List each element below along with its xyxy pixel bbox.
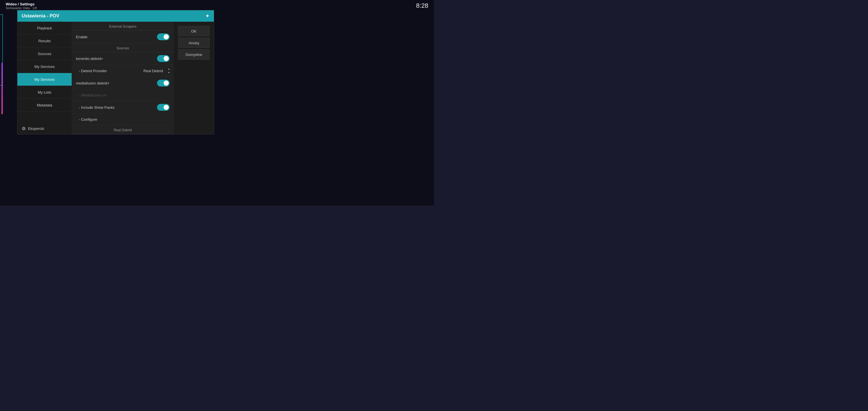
kodi-icon[interactable]: ✦ (205, 13, 210, 19)
expert-label: Ekspercki (28, 126, 44, 131)
expert-mode-button[interactable]: ⚙ Ekspercki (18, 123, 72, 134)
sidebar-item-my-services-2[interactable]: My Services (18, 73, 72, 86)
chevron-up-icon[interactable]: ▴ (168, 71, 169, 74)
section-sources: Sources (72, 43, 174, 52)
torrentio-toggle[interactable] (157, 55, 169, 62)
right-buttons-panel: OK Anuluj Domyślne (174, 22, 214, 134)
debrid-chevrons[interactable]: ▾ ▴ (168, 68, 169, 74)
section-real-debrid: Real Debrid (72, 125, 174, 134)
sidebar-item-metadata[interactable]: Metadata (18, 99, 72, 112)
ok-button[interactable]: OK (178, 26, 210, 36)
top-bar-left: Wideo / Settings Sortowanie: Data · 1/8 (6, 2, 37, 10)
debrid-provider-label: - Debrid Provider (79, 69, 143, 73)
defaults-button[interactable]: Domyślne (178, 50, 210, 60)
toggle-knob (164, 56, 169, 61)
debrid-provider-row: - Debrid Provider Real Debrid ▾ ▴ (72, 65, 174, 77)
configure-label: - Configure (79, 117, 169, 122)
sidebar-item-my-lists[interactable]: My Lists (18, 86, 72, 99)
settings-sidebar: Playback Results Sources My Services My … (18, 22, 72, 134)
mediafusion-url-row: - Mediafusion url (72, 90, 174, 101)
include-show-packs-row: - Include Show Packs (72, 101, 174, 114)
sidebar-item-results[interactable]: Results (18, 35, 72, 48)
dialog-title: Ustawienia - POV (22, 13, 59, 19)
torrentio-label: torrentio debrid+ (76, 57, 157, 61)
section-external-scrapers: External Scrapers (72, 22, 174, 31)
settings-dialog: Ustawienia - POV ✦ Playback Results Sour… (17, 10, 214, 134)
mediafusion-label: mediafusion debrid+ (76, 81, 157, 85)
window-subtitle: Sortowanie: Data · 1/8 (6, 6, 37, 10)
configure-row[interactable]: - Configure (72, 114, 174, 125)
dialog-header: Ustawienia - POV ✦ (18, 10, 214, 22)
enable-label: Enable (76, 35, 157, 39)
toggle-knob (164, 105, 169, 110)
sidebar-item-playback[interactable]: Playback (18, 22, 72, 35)
sidebar-item-my-services-1[interactable]: My Services (18, 60, 72, 73)
cancel-button[interactable]: Anuluj (178, 38, 210, 48)
enable-toggle[interactable] (157, 33, 169, 40)
gear-icon: ⚙ (22, 126, 26, 131)
clock: 8:28 (416, 2, 428, 9)
debrid-provider-value: Real Debrid (143, 69, 163, 73)
include-show-packs-label: - Include Show Packs (79, 105, 157, 109)
mediafusion-toggle[interactable] (157, 80, 169, 87)
mediafusion-row: mediafusion debrid+ (72, 77, 174, 90)
window-title: Wideo / Settings (6, 2, 37, 6)
torrentio-row: torrentio debrid+ (72, 52, 174, 65)
toggle-knob (164, 34, 169, 39)
dialog-body: Playback Results Sources My Services My … (18, 22, 214, 134)
content-panel: External Scrapers Enable Sources torrent… (72, 22, 174, 134)
include-show-packs-toggle[interactable] (157, 104, 169, 111)
top-bar: Wideo / Settings Sortowanie: Data · 1/8 … (0, 0, 434, 11)
enable-row: Enable (72, 31, 174, 43)
toggle-knob (164, 81, 169, 86)
sidebar-item-sources[interactable]: Sources (18, 48, 72, 60)
mediafusion-url-label: - Mediafusion url (79, 93, 169, 97)
